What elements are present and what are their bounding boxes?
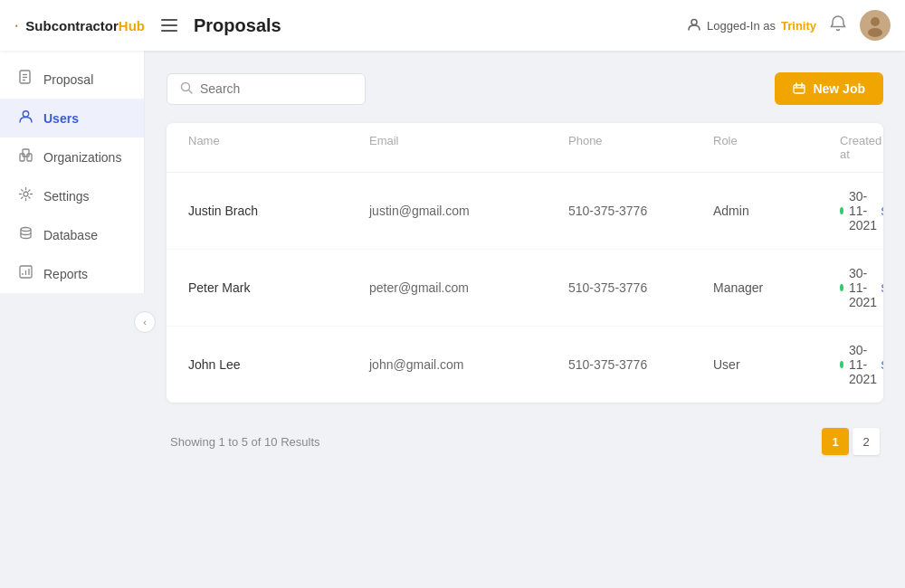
sidebar-collapse-button[interactable]: ‹ <box>134 311 156 333</box>
pagination-area: Showing 1 to 5 of 10 Results 1 2 <box>167 428 883 455</box>
sidebar-item-settings[interactable]: Settings <box>0 176 144 215</box>
main-content: New Job Name Email Phone Role Created at… <box>145 51 905 588</box>
cell-phone-2: 510-375-3776 <box>568 357 713 372</box>
status-dot-2 <box>840 361 843 368</box>
header-right: Logged-In as Trinity <box>687 10 891 41</box>
col-name: Name <box>188 134 369 161</box>
sidebar: Proposal Users Organizations Settings <box>0 51 145 293</box>
cell-role-2: User <box>713 357 840 372</box>
logo-area: SubcontractorHub <box>0 12 145 39</box>
cell-phone-1: 510-375-3776 <box>568 280 713 295</box>
cell-role-0: Admin <box>713 204 840 218</box>
database-icon <box>16 225 34 244</box>
header-left: SubcontractorHub Proposals <box>0 12 281 39</box>
svg-point-9 <box>23 111 28 117</box>
cell-action-1: Show Detail → <box>881 281 883 295</box>
hamburger-button[interactable] <box>156 14 183 37</box>
sidebar-item-users[interactable]: Users <box>0 99 144 138</box>
cell-name-0: Justin Brach <box>188 204 369 218</box>
sidebar-label-database: Database <box>43 228 98 242</box>
sidebar-item-proposal[interactable]: Proposal <box>0 60 144 99</box>
svg-point-14 <box>21 228 31 232</box>
show-detail-link-1[interactable]: Show Detail → <box>881 281 883 295</box>
sidebar-label-organizations: Organizations <box>43 150 121 165</box>
cell-action-0: Show Detail → <box>881 204 883 218</box>
reports-icon <box>16 264 34 283</box>
svg-point-3 <box>871 17 880 26</box>
col-phone: Phone <box>568 134 713 161</box>
cell-role-1: Manager <box>713 280 840 295</box>
svg-rect-12 <box>23 149 29 156</box>
page-button-1[interactable]: 1 <box>822 428 849 455</box>
layout: Proposal Users Organizations Settings <box>0 51 905 588</box>
svg-point-4 <box>868 28 882 37</box>
users-table: Name Email Phone Role Created at Justin … <box>167 123 883 403</box>
toolbar: New Job <box>167 72 883 105</box>
table-row: John Lee john@gmail.com 510-375-3776 Use… <box>167 327 883 403</box>
show-detail-link-0[interactable]: Show Detail → <box>881 204 883 218</box>
user-icon <box>687 17 701 34</box>
search-input[interactable] <box>200 81 352 96</box>
sidebar-item-reports[interactable]: Reports <box>0 254 144 293</box>
users-icon <box>16 109 34 128</box>
status-dot-1 <box>840 284 843 291</box>
show-detail-link-2[interactable]: Show Detail → <box>881 358 883 372</box>
avatar[interactable] <box>860 10 891 41</box>
new-job-label: New Job <box>813 81 865 96</box>
search-box <box>167 73 366 105</box>
cell-email-1: peter@gmail.com <box>369 280 568 295</box>
pagination-info: Showing 1 to 5 of 10 Results <box>170 435 320 449</box>
col-created: Created at <box>840 134 881 161</box>
sidebar-item-organizations[interactable]: Organizations <box>0 138 144 176</box>
svg-line-20 <box>189 90 193 93</box>
settings-icon <box>16 186 34 205</box>
col-action <box>881 134 883 161</box>
cell-name-2: John Lee <box>188 357 369 372</box>
search-icon <box>180 81 193 97</box>
page-title: Proposals <box>194 15 281 36</box>
logo-icon <box>14 12 18 39</box>
status-dot-0 <box>840 207 843 214</box>
table-header-row: Name Email Phone Role Created at <box>167 123 883 173</box>
logo-text: SubcontractorHub <box>25 18 145 33</box>
sidebar-label-settings: Settings <box>43 189 90 204</box>
new-job-button[interactable]: New Job <box>775 72 883 105</box>
user-info: Logged-In as Trinity <box>687 17 816 34</box>
cell-created-2: 30-11-2021 <box>840 343 881 386</box>
cell-created-1: 30-11-2021 <box>840 266 881 309</box>
sidebar-item-database[interactable]: Database <box>0 215 144 254</box>
organizations-icon <box>16 147 34 166</box>
svg-rect-21 <box>794 85 805 93</box>
sidebar-label-users: Users <box>43 111 79 126</box>
cell-phone-0: 510-375-3776 <box>568 204 713 218</box>
header: SubcontractorHub Proposals Logged-In as … <box>0 0 905 51</box>
sidebar-wrapper: Proposal Users Organizations Settings <box>0 51 145 588</box>
table-row: Peter Mark peter@gmail.com 510-375-3776 … <box>167 250 883 327</box>
col-email: Email <box>369 134 568 161</box>
cell-action-2: Show Detail → <box>881 358 883 372</box>
sidebar-label-proposal: Proposal <box>43 72 93 87</box>
notification-bell-button[interactable] <box>829 14 847 37</box>
svg-point-13 <box>24 192 28 196</box>
logged-in-label: Logged-In as <box>707 19 776 33</box>
col-role: Role <box>713 134 840 161</box>
cell-email-2: john@gmail.com <box>369 357 568 372</box>
user-name: Trinity <box>781 19 816 33</box>
proposal-icon <box>16 70 34 89</box>
page-button-2[interactable]: 2 <box>853 428 880 455</box>
sidebar-label-reports: Reports <box>43 267 88 281</box>
cell-name-1: Peter Mark <box>188 280 369 295</box>
cell-created-0: 30-11-2021 <box>840 189 881 232</box>
table-row: Justin Brach justin@gmail.com 510-375-37… <box>167 173 883 250</box>
pagination-buttons: 1 2 <box>822 428 880 455</box>
svg-point-2 <box>691 19 697 24</box>
cell-email-0: justin@gmail.com <box>369 204 568 218</box>
